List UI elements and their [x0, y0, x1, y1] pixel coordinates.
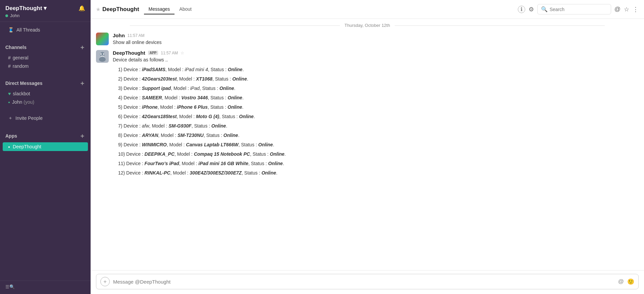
sidebar-item-deepthought[interactable]: ● DeepThought	[3, 142, 88, 151]
svg-point-3	[100, 53, 102, 55]
channel-header: ★ DeepThought	[96, 6, 139, 13]
user-status-dot	[5, 14, 8, 17]
device-item: 9) Device : WINMICRO, Model : Canvas Lap…	[118, 140, 639, 149]
add-app-button[interactable]: ＋	[79, 132, 85, 140]
mention-icon[interactable]: @	[614, 6, 621, 13]
invite-section: ＋ Invite People	[0, 110, 91, 127]
hash-icon: #	[8, 55, 11, 60]
more-icon[interactable]: ⋮	[633, 6, 639, 13]
channel-item-general[interactable]: # general	[3, 54, 88, 62]
app-deepthought-label: DeepThought	[13, 144, 41, 149]
dm-label: Direct Messages	[5, 81, 43, 86]
device-item: 2) Device : 42Gears203test, Model : XT10…	[118, 74, 639, 84]
gear-icon[interactable]: ⚙	[529, 6, 534, 13]
tab-about[interactable]: About	[175, 4, 196, 14]
tab-messages[interactable]: Messages	[144, 4, 175, 14]
dm-header[interactable]: Direct Messages ＋	[0, 77, 91, 89]
workspace-title: DeepThought	[5, 5, 42, 12]
workspace-chevron: ▾	[44, 5, 47, 12]
device-item: 11) Device : FourTwo's iPad, Model : iPa…	[118, 159, 639, 168]
channels-header[interactable]: Channels ＋	[0, 41, 91, 53]
workspace-name[interactable]: DeepThought ▾ 🔔	[5, 5, 85, 12]
topbar: ★ DeepThought Messages About ℹ ⚙ 🔍 @ ☆ ⋮	[91, 0, 644, 19]
device-item: 6) Device : 42Gears185test, Model : Moto…	[118, 112, 639, 121]
message-content: John 11:57 AM Show all online devices	[113, 33, 639, 46]
channel-name-general: general	[13, 55, 29, 60]
apps-label: Apps	[5, 133, 17, 139]
sidebar-bottom-icon: ☰🔍	[5, 284, 15, 289]
channel-name-random: random	[13, 63, 29, 69]
channel-title: DeepThought	[102, 6, 139, 13]
device-list: 1) Device : iPadSAMS, Model : iPad mini …	[118, 65, 639, 178]
device-item: 8) Device : ARYAN, Model : SM-T230NU, St…	[118, 131, 639, 140]
emoji-input-icon[interactable]: 🙂	[627, 278, 634, 285]
device-item: 7) Device : afw, Model : SM-G930F, Statu…	[118, 121, 639, 131]
bell-icon[interactable]: 🔔	[79, 5, 85, 11]
sidebar-item-invite-people[interactable]: ＋ Invite People	[3, 113, 88, 123]
sidebar: DeepThought ▾ 🔔 John 🧵 All Threads Chann…	[0, 0, 91, 294]
messages-area: Thursday, October 12th John 11:57 AM Sho…	[91, 19, 644, 270]
user-status: John	[5, 13, 85, 18]
invite-people-label: Invite People	[15, 115, 43, 121]
dm-item-slackbot[interactable]: ♥ slackbot	[3, 90, 88, 98]
channel-star-icon[interactable]: ★	[96, 7, 100, 12]
hash-icon-random: #	[8, 63, 11, 69]
search-box: 🔍	[537, 4, 611, 14]
avatar	[96, 33, 109, 45]
sidebar-item-all-threads[interactable]: 🧵 All Threads	[3, 26, 88, 34]
slackbot-heart-icon: ♥	[8, 91, 11, 96]
plus-icon: ＋	[8, 115, 13, 121]
all-threads-label: All Threads	[16, 27, 40, 33]
add-dm-button[interactable]: ＋	[79, 79, 85, 87]
message-header: DeepThought APP 11:57 AM ☆	[113, 50, 639, 56]
msg-author: DeepThought	[113, 50, 145, 56]
device-item: 5) Device : iPhone, Model : iPhone 6 Plu…	[118, 102, 639, 112]
user-name: John	[10, 13, 19, 18]
sidebar-header: DeepThought ▾ 🔔 John	[0, 0, 91, 22]
apps-section: Apps ＋ ● DeepThought	[0, 127, 91, 155]
apps-header[interactable]: Apps ＋	[0, 130, 91, 142]
app-dot-icon: ●	[8, 145, 10, 149]
john-dot-icon: ●	[8, 100, 10, 104]
dm-slackbot-label: slackbot	[13, 91, 30, 96]
device-item: 4) Device : SAMEER, Model : Vostro 3446,…	[118, 93, 639, 102]
star-icon[interactable]: ☆	[624, 6, 629, 13]
channel-item-random[interactable]: # random	[3, 62, 88, 70]
device-item: 12) Device : RINKAL-PC, Model : 300E4Z/3…	[118, 168, 639, 178]
message-input[interactable]	[113, 279, 615, 285]
app-badge: APP	[148, 51, 158, 55]
message-row: DeepThought APP 11:57 AM ☆ Device detail…	[91, 48, 644, 180]
dm-john-label: John (you)	[12, 99, 34, 105]
message-row: John 11:57 AM Show all online devices	[91, 31, 644, 48]
dm-item-john[interactable]: ● John (you)	[3, 98, 88, 106]
avatar	[96, 50, 109, 63]
msg-author: John	[113, 33, 125, 38]
date-divider: Thursday, October 12th	[91, 19, 644, 31]
message-content: DeepThought APP 11:57 AM ☆ Device detail…	[113, 50, 639, 178]
info-icon[interactable]: ℹ	[518, 6, 525, 13]
topbar-tabs: Messages About	[144, 4, 196, 14]
svg-rect-5	[101, 56, 104, 56]
msg-time: 11:57 AM	[161, 51, 178, 55]
msg-text: Show all online devices	[113, 39, 639, 46]
device-item: 3) Device : Support ipad, Model : iPad, …	[118, 84, 639, 93]
channels-section: Channels ＋ # general # random	[0, 38, 91, 74]
message-input-box: ＋ @ 🙂	[96, 274, 639, 289]
device-item: 1) Device : iPadSAMS, Model : iPad mini …	[118, 65, 639, 74]
add-attachment-button[interactable]: ＋	[100, 277, 110, 286]
main-content: ★ DeepThought Messages About ℹ ⚙ 🔍 @ ☆ ⋮…	[91, 0, 644, 294]
svg-point-4	[103, 53, 104, 55]
add-channel-button[interactable]: ＋	[79, 43, 85, 51]
topbar-right: ℹ ⚙ 🔍 @ ☆ ⋮	[518, 4, 639, 14]
sidebar-bottom[interactable]: ☰🔍	[0, 281, 91, 294]
search-input[interactable]	[550, 7, 607, 12]
msg-star-icon[interactable]: ☆	[181, 51, 184, 55]
search-icon: 🔍	[541, 6, 548, 12]
dm-section: Direct Messages ＋ ♥ slackbot ● John (you…	[0, 74, 91, 110]
threads-icon: 🧵	[8, 27, 14, 33]
svg-point-2	[99, 57, 106, 62]
message-header: John 11:57 AM	[113, 33, 639, 38]
msg-time: 11:57 AM	[128, 33, 145, 38]
msg-intro-text: Device details as follows ..	[113, 56, 639, 63]
mention-input-icon[interactable]: @	[618, 278, 624, 285]
